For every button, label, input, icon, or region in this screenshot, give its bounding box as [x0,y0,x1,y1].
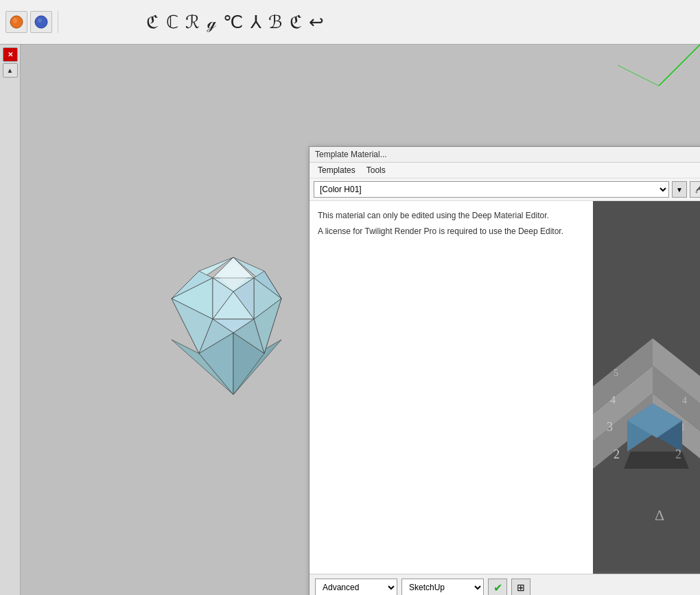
grid-button[interactable]: ⊞ [511,579,530,595]
svg-line-5 [618,65,659,86]
menu-templates[interactable]: Templates [312,164,361,176]
advanced-select[interactable]: Advanced [315,579,397,595]
svg-text:4: 4 [610,394,616,406]
material-preview: 2 2 3 3 4 4 5 Δ [593,201,700,574]
dialog-menubar: Templates Tools [310,163,700,178]
dialog-toolbar: [Color H01] ▼ [310,178,700,201]
dropdown-button[interactable]: ▼ [672,181,687,198]
svg-text:4: 4 [682,395,687,406]
dialog-titlebar: Template Material... [310,147,700,163]
top-toolbar: ℭ ℂ ℛ ℊ ℃ ⅄ ℬ ℭ ↩ [0,0,700,45]
sketchup-select[interactable]: SketchUp [401,579,484,595]
toolbar-right-icons: ℭ ℂ ℛ ℊ ℃ ⅄ ℬ ℭ ↩ [146,12,325,33]
template-material-dialog: Template Material... Templates Tools [Co… [309,146,700,595]
svg-point-3 [38,19,42,23]
info-text-2: A license for Twilight Render Pro is req… [318,225,585,238]
close-button[interactable]: ✕ [3,47,18,62]
gem-object [158,230,309,422]
axis-lines [618,45,700,113]
dialog-body: This material can only be edited using t… [310,201,700,574]
svg-point-1 [13,18,17,23]
dialog-footer: Advanced SketchUp ✔ ⊞ [310,574,700,595]
dialog-right-preview: 2 2 3 3 4 4 5 Δ [593,201,700,574]
menu-tools[interactable]: Tools [361,164,391,176]
toolbar-left-icons [5,11,58,33]
left-toolbar: ✕ ▲ [0,45,21,595]
check-button[interactable]: ✔ [488,579,507,595]
eyedropper-button[interactable] [690,181,700,198]
svg-marker-50 [624,452,689,469]
icon-blue[interactable] [30,11,52,33]
svg-line-4 [659,45,700,86]
svg-text:Δ: Δ [655,506,664,524]
svg-text:5: 5 [614,368,618,378]
material-select[interactable]: [Color H01] [314,181,669,198]
tool-symbols: ℭ ℂ ℛ ℊ ℃ ⅄ ℬ ℭ ↩ [146,12,325,33]
svg-text:2: 2 [614,447,620,461]
svg-text:3: 3 [607,420,613,434]
expand-button[interactable]: ▲ [3,63,18,78]
dialog-left-panel: This material can only be edited using t… [310,201,593,574]
icon-orange[interactable] [5,11,27,33]
dialog-title: Template Material... [315,150,387,159]
main-canvas: Template Material... Templates Tools [Co… [21,45,700,595]
info-text-1: This material can only be edited using t… [318,209,585,222]
svg-marker-30 [695,191,698,194]
